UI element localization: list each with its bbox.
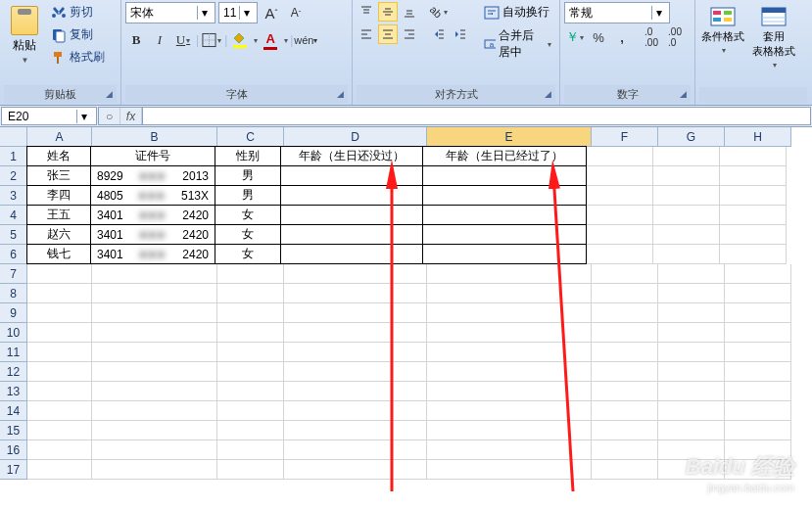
- cell[interactable]: [592, 401, 658, 421]
- cell[interactable]: [427, 303, 592, 323]
- row-header[interactable]: 17: [0, 460, 27, 480]
- cell[interactable]: [284, 284, 427, 303]
- cell[interactable]: [92, 323, 217, 343]
- decrease-font-button[interactable]: Aˇ: [285, 2, 307, 23]
- cell[interactable]: [27, 303, 92, 323]
- cell[interactable]: [720, 245, 787, 264]
- cell[interactable]: [217, 343, 284, 362]
- cell[interactable]: [92, 362, 217, 382]
- cell[interactable]: 女: [215, 224, 281, 245]
- fill-color-button[interactable]: [229, 29, 251, 51]
- cell[interactable]: [217, 440, 284, 460]
- cell[interactable]: 女: [215, 244, 281, 264]
- format-painter-button[interactable]: 格式刷: [49, 47, 107, 68]
- cell[interactable]: [27, 343, 92, 362]
- copy-button[interactable]: 复制: [49, 24, 107, 45]
- cell[interactable]: [284, 421, 427, 440]
- cell[interactable]: [658, 264, 725, 284]
- cell[interactable]: [92, 401, 217, 421]
- cell[interactable]: [27, 460, 92, 480]
- cell[interactable]: [217, 460, 284, 480]
- cell[interactable]: [725, 362, 791, 382]
- align-left-button[interactable]: [357, 24, 376, 44]
- increase-indent-button[interactable]: [451, 24, 470, 44]
- chevron-down-icon[interactable]: ▾: [651, 6, 665, 20]
- row-header[interactable]: 9: [0, 303, 27, 323]
- cell[interactable]: [280, 185, 423, 206]
- cell[interactable]: [422, 165, 587, 186]
- cell[interactable]: 女: [215, 205, 281, 225]
- cell[interactable]: 4805■■■513X: [90, 185, 215, 206]
- paste-button[interactable]: 粘贴 ▼: [4, 2, 45, 65]
- cell[interactable]: [284, 440, 427, 460]
- column-header[interactable]: F: [592, 127, 658, 147]
- cell[interactable]: [284, 343, 427, 362]
- cell[interactable]: [658, 401, 725, 421]
- accounting-format-button[interactable]: ￥▾: [564, 26, 586, 48]
- align-middle-button[interactable]: [378, 2, 398, 22]
- dialog-launcher-icon[interactable]: ◢: [103, 89, 115, 101]
- cell[interactable]: [658, 421, 725, 440]
- cell[interactable]: [27, 421, 92, 440]
- cell[interactable]: [658, 284, 725, 303]
- row-header[interactable]: 12: [0, 362, 27, 382]
- cell[interactable]: 3401■■■2420: [90, 205, 215, 225]
- column-header[interactable]: H: [725, 127, 791, 147]
- percent-button[interactable]: %: [588, 26, 609, 48]
- cell[interactable]: [217, 362, 284, 382]
- cell[interactable]: [27, 264, 92, 284]
- column-header[interactable]: E: [427, 127, 592, 147]
- cell[interactable]: [592, 382, 658, 401]
- cell[interactable]: [720, 186, 787, 206]
- cell[interactable]: [725, 284, 791, 303]
- cell[interactable]: [592, 303, 658, 323]
- cell[interactable]: 钱七: [26, 244, 91, 264]
- align-top-button[interactable]: [357, 2, 376, 22]
- column-header[interactable]: G: [658, 127, 725, 147]
- increase-font-button[interactable]: Aˆ: [261, 2, 282, 23]
- cell[interactable]: [280, 205, 423, 225]
- cell[interactable]: [427, 421, 592, 440]
- cell[interactable]: [592, 343, 658, 362]
- cell[interactable]: 3401■■■2420: [90, 244, 215, 264]
- dialog-launcher-icon[interactable]: ◢: [334, 89, 346, 101]
- row-header[interactable]: 6: [0, 245, 27, 264]
- cell[interactable]: 3401■■■2420: [90, 224, 215, 245]
- cell[interactable]: 性别: [215, 146, 281, 166]
- row-header[interactable]: 14: [0, 401, 27, 421]
- increase-decimal-button[interactable]: .0.00: [641, 26, 662, 48]
- cell[interactable]: [725, 382, 791, 401]
- cell[interactable]: [653, 225, 720, 245]
- cell[interactable]: [587, 225, 653, 245]
- format-table-button[interactable]: 套用 表格格式 ▾: [750, 2, 797, 69]
- cell[interactable]: [658, 382, 725, 401]
- name-box[interactable]: E20 ▾: [1, 107, 97, 125]
- cell[interactable]: [592, 421, 658, 440]
- phonetic-button[interactable]: wén▾: [295, 29, 316, 51]
- decrease-decimal-button[interactable]: .00.0: [664, 26, 686, 48]
- cell[interactable]: 赵六: [26, 224, 91, 245]
- cell[interactable]: [427, 284, 592, 303]
- cell[interactable]: [284, 264, 427, 284]
- cell[interactable]: [592, 440, 658, 460]
- chevron-down-icon[interactable]: ▾: [284, 36, 288, 45]
- row-header[interactable]: 4: [0, 206, 27, 225]
- select-all-corner[interactable]: [0, 127, 27, 147]
- cell[interactable]: [725, 343, 791, 362]
- cell[interactable]: [587, 166, 653, 186]
- cell[interactable]: [725, 264, 791, 284]
- cell[interactable]: [92, 460, 217, 480]
- cell[interactable]: [653, 186, 720, 206]
- column-header[interactable]: D: [284, 127, 427, 147]
- cell[interactable]: [720, 206, 787, 225]
- cell[interactable]: [720, 225, 787, 245]
- cell[interactable]: 张三: [26, 165, 91, 186]
- column-header[interactable]: B: [92, 127, 217, 147]
- cell[interactable]: [284, 303, 427, 323]
- formula-input[interactable]: [143, 107, 811, 125]
- cell[interactable]: [720, 147, 787, 166]
- column-header[interactable]: A: [27, 127, 92, 147]
- cell[interactable]: [217, 303, 284, 323]
- chevron-down-icon[interactable]: ▾: [197, 6, 211, 20]
- cell[interactable]: [587, 245, 653, 264]
